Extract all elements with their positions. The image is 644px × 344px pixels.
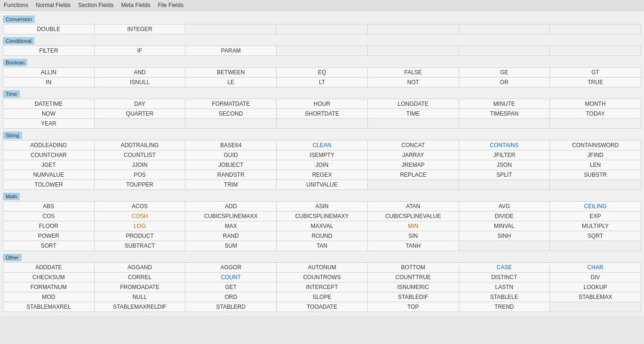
func-cell-hour[interactable]: HOUR xyxy=(277,99,368,109)
func-cell-split[interactable]: SPLIT xyxy=(459,170,550,180)
func-cell-time[interactable]: TIME xyxy=(368,109,459,119)
func-cell-year[interactable]: YEAR xyxy=(3,119,95,129)
func-cell-formatnum[interactable]: FORMATNUM xyxy=(3,282,95,292)
func-cell-today[interactable]: TODAY xyxy=(550,109,641,119)
func-cell-jjoin[interactable]: JJOIN xyxy=(95,160,186,170)
func-cell-integer[interactable]: INTEGER xyxy=(95,24,186,34)
func-cell-stablerd[interactable]: STABLERD xyxy=(185,302,277,312)
func-cell-regex[interactable]: REGEX xyxy=(277,170,368,180)
func-cell-lastn[interactable]: LASTN xyxy=(459,282,550,292)
func-cell-unitvalue[interactable]: UNITVALUE xyxy=(277,180,368,190)
func-cell-trim[interactable]: TRIM xyxy=(185,180,277,190)
func-cell-minval[interactable]: MINVAL xyxy=(459,221,550,231)
func-cell-cubicsplinemaxx[interactable]: CUBICSPLINEMAXX xyxy=(185,211,277,221)
func-cell-longdate[interactable]: LONGDATE xyxy=(368,99,459,109)
func-cell-floor[interactable]: FLOOR xyxy=(3,221,95,231)
func-cell-divide[interactable]: DIVIDE xyxy=(459,211,550,221)
func-cell-exp[interactable]: EXP xyxy=(550,211,641,221)
func-cell-concat[interactable]: CONCAT xyxy=(368,141,459,150)
func-cell-or[interactable]: OR xyxy=(459,78,550,87)
func-cell-clean[interactable]: CLEAN xyxy=(277,141,368,150)
func-cell-stablemax[interactable]: STABLEMAX xyxy=(550,292,641,302)
nav-item-section-fields[interactable]: Section Fields xyxy=(78,2,113,8)
func-cell-sin[interactable]: SIN xyxy=(368,231,459,241)
func-cell-allin[interactable]: ALLIN xyxy=(3,68,95,78)
func-cell-param[interactable]: PARAM xyxy=(185,46,277,56)
nav-item-meta-fields[interactable]: Meta Fields xyxy=(121,2,150,8)
func-cell-eq[interactable]: EQ xyxy=(277,68,368,78)
func-cell-datetime[interactable]: DATETIME xyxy=(3,99,95,109)
func-cell-counttrue[interactable]: COUNTTRUE xyxy=(368,273,459,282)
func-cell-cubicsplinevalue[interactable]: CUBICSPLINEVALUE xyxy=(368,211,459,221)
func-cell-add[interactable]: ADD xyxy=(185,202,277,211)
func-cell-multiply[interactable]: MULTIPLY xyxy=(550,221,641,231)
func-cell-stablele[interactable]: STABLELE xyxy=(459,292,550,302)
func-cell-filter[interactable]: FILTER xyxy=(3,46,95,56)
func-cell-checksum[interactable]: CHECKSUM xyxy=(3,273,95,282)
func-cell-le[interactable]: LE xyxy=(185,78,277,87)
func-cell-true[interactable]: TRUE xyxy=(550,78,641,87)
func-cell-timespan[interactable]: TIMESPAN xyxy=(459,109,550,119)
func-cell-sqrt[interactable]: SQRT xyxy=(550,231,641,241)
func-cell-ceiling[interactable]: CEILING xyxy=(550,202,641,211)
func-cell-get[interactable]: GET xyxy=(185,282,277,292)
func-cell-between[interactable]: BETWEEN xyxy=(185,68,277,78)
func-cell-day[interactable]: DAY xyxy=(95,99,186,109)
func-cell-stablemaxrel[interactable]: STABLEMAXREL xyxy=(3,302,95,312)
func-cell-sort[interactable]: SORT xyxy=(3,241,95,251)
func-cell-correl[interactable]: CORREL xyxy=(95,273,186,282)
func-cell-double[interactable]: DOUBLE xyxy=(3,24,95,34)
func-cell-trend[interactable]: TREND xyxy=(459,302,550,312)
func-cell-if[interactable]: IF xyxy=(95,46,186,56)
func-cell-atan[interactable]: ATAN xyxy=(368,202,459,211)
func-cell-sinh[interactable]: SINH xyxy=(459,231,550,241)
func-cell-tanh[interactable]: TANH xyxy=(368,241,459,251)
func-cell-pos[interactable]: POS xyxy=(95,170,186,180)
nav-item-functions[interactable]: Functions xyxy=(4,2,28,8)
func-cell-ge[interactable]: GE xyxy=(459,68,550,78)
func-cell-isnull[interactable]: ISNULL xyxy=(95,78,186,87)
func-cell-guid[interactable]: GUID xyxy=(185,150,277,160)
func-cell-subtract[interactable]: SUBTRACT xyxy=(95,241,186,251)
func-cell-join[interactable]: JOIN xyxy=(277,160,368,170)
func-cell-month[interactable]: MONTH xyxy=(550,99,641,109)
func-cell-countrows[interactable]: COUNTROWS xyxy=(277,273,368,282)
func-cell-null[interactable]: NULL xyxy=(95,292,186,302)
func-cell-contains[interactable]: CONTAINS xyxy=(459,141,550,150)
nav-item-file-fields[interactable]: File Fields xyxy=(158,2,183,8)
func-cell-false[interactable]: FALSE xyxy=(368,68,459,78)
func-cell-addleading[interactable]: ADDLEADING xyxy=(3,141,95,150)
func-cell-min[interactable]: MIN xyxy=(368,221,459,231)
func-cell-isnumeric[interactable]: ISNUMERIC xyxy=(368,282,459,292)
func-cell-second[interactable]: SECOND xyxy=(185,109,277,119)
func-cell-base64[interactable]: BASE64 xyxy=(185,141,277,150)
func-cell-stabledif[interactable]: STABLEDIF xyxy=(368,292,459,302)
func-cell-substr[interactable]: SUBSTR xyxy=(550,170,641,180)
func-cell-case[interactable]: CASE xyxy=(459,263,550,273)
func-cell-formatdate[interactable]: FORMATDATE xyxy=(185,99,277,109)
func-cell-cosh[interactable]: COSH xyxy=(95,211,186,221)
func-cell-power[interactable]: POWER xyxy=(3,231,95,241)
func-cell-countlist[interactable]: COUNTLIST xyxy=(95,150,186,160)
func-cell-aggand[interactable]: AGGAND xyxy=(95,263,186,273)
func-cell-lookup[interactable]: LOOKUP xyxy=(550,282,641,292)
func-cell-acos[interactable]: ACOS xyxy=(95,202,186,211)
func-cell-randstr[interactable]: RANDSTR xyxy=(185,170,277,180)
func-cell-autonum[interactable]: AUTONUM xyxy=(277,263,368,273)
func-cell-fromoadate[interactable]: FROMOADATE xyxy=(95,282,186,292)
func-cell-aggor[interactable]: AGGOR xyxy=(185,263,277,273)
nav-item-normal-fields[interactable]: Normal Fields xyxy=(36,2,71,8)
func-cell-toupper[interactable]: TOUPPER xyxy=(95,180,186,190)
func-cell-jget[interactable]: JGET xyxy=(3,160,95,170)
func-cell-char[interactable]: CHAR xyxy=(550,263,641,273)
func-cell-rand[interactable]: RAND xyxy=(185,231,277,241)
func-cell-jfind[interactable]: JFIND xyxy=(550,150,641,160)
func-cell-replace[interactable]: REPLACE xyxy=(368,170,459,180)
func-cell-product[interactable]: PRODUCT xyxy=(95,231,186,241)
func-cell-minute[interactable]: MINUTE xyxy=(459,99,550,109)
func-cell-cos[interactable]: COS xyxy=(3,211,95,221)
func-cell-isempty[interactable]: ISEMPTY xyxy=(277,150,368,160)
func-cell-distinct[interactable]: DISTINCT xyxy=(459,273,550,282)
func-cell-abs[interactable]: ABS xyxy=(3,202,95,211)
func-cell-now[interactable]: NOW xyxy=(3,109,95,119)
